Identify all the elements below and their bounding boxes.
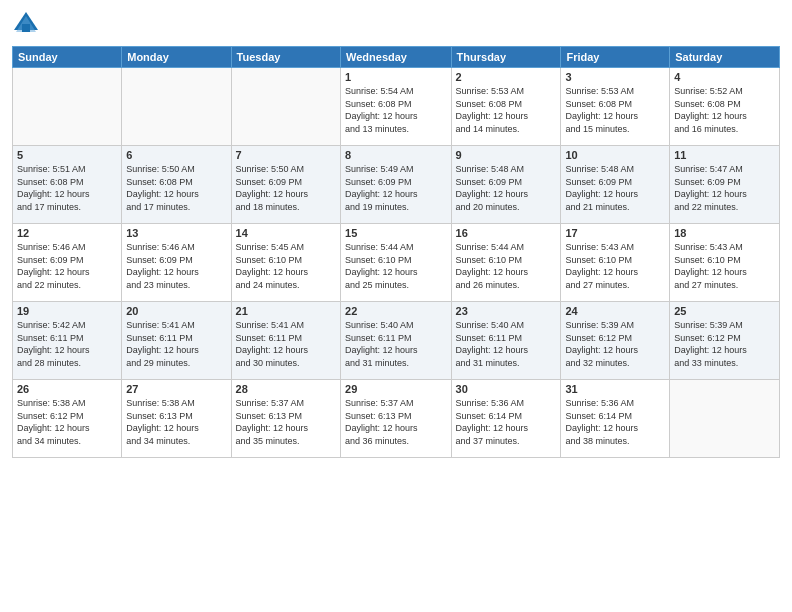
day-number: 26	[17, 383, 117, 395]
weekday-header-thursday: Thursday	[451, 47, 561, 68]
day-number: 12	[17, 227, 117, 239]
day-number: 3	[565, 71, 665, 83]
calendar-cell: 11Sunrise: 5:47 AM Sunset: 6:09 PM Dayli…	[670, 146, 780, 224]
calendar-week-2: 5Sunrise: 5:51 AM Sunset: 6:08 PM Daylig…	[13, 146, 780, 224]
day-info: Sunrise: 5:52 AM Sunset: 6:08 PM Dayligh…	[674, 85, 775, 135]
calendar-cell: 15Sunrise: 5:44 AM Sunset: 6:10 PM Dayli…	[341, 224, 452, 302]
day-number: 4	[674, 71, 775, 83]
header	[12, 10, 780, 38]
day-info: Sunrise: 5:50 AM Sunset: 6:09 PM Dayligh…	[236, 163, 336, 213]
day-info: Sunrise: 5:44 AM Sunset: 6:10 PM Dayligh…	[345, 241, 447, 291]
calendar-cell: 14Sunrise: 5:45 AM Sunset: 6:10 PM Dayli…	[231, 224, 340, 302]
day-number: 9	[456, 149, 557, 161]
calendar-cell: 6Sunrise: 5:50 AM Sunset: 6:08 PM Daylig…	[122, 146, 231, 224]
day-number: 24	[565, 305, 665, 317]
calendar-cell: 20Sunrise: 5:41 AM Sunset: 6:11 PM Dayli…	[122, 302, 231, 380]
day-number: 13	[126, 227, 226, 239]
day-info: Sunrise: 5:41 AM Sunset: 6:11 PM Dayligh…	[236, 319, 336, 369]
day-info: Sunrise: 5:45 AM Sunset: 6:10 PM Dayligh…	[236, 241, 336, 291]
page: SundayMondayTuesdayWednesdayThursdayFrid…	[0, 0, 792, 612]
day-info: Sunrise: 5:49 AM Sunset: 6:09 PM Dayligh…	[345, 163, 447, 213]
day-number: 14	[236, 227, 336, 239]
calendar-cell: 5Sunrise: 5:51 AM Sunset: 6:08 PM Daylig…	[13, 146, 122, 224]
day-info: Sunrise: 5:48 AM Sunset: 6:09 PM Dayligh…	[456, 163, 557, 213]
weekday-header-tuesday: Tuesday	[231, 47, 340, 68]
day-info: Sunrise: 5:47 AM Sunset: 6:09 PM Dayligh…	[674, 163, 775, 213]
day-number: 17	[565, 227, 665, 239]
calendar-cell: 17Sunrise: 5:43 AM Sunset: 6:10 PM Dayli…	[561, 224, 670, 302]
calendar-cell: 3Sunrise: 5:53 AM Sunset: 6:08 PM Daylig…	[561, 68, 670, 146]
day-number: 25	[674, 305, 775, 317]
calendar-week-4: 19Sunrise: 5:42 AM Sunset: 6:11 PM Dayli…	[13, 302, 780, 380]
calendar-week-5: 26Sunrise: 5:38 AM Sunset: 6:12 PM Dayli…	[13, 380, 780, 458]
day-number: 10	[565, 149, 665, 161]
calendar-cell: 8Sunrise: 5:49 AM Sunset: 6:09 PM Daylig…	[341, 146, 452, 224]
day-number: 31	[565, 383, 665, 395]
logo-icon	[12, 10, 40, 38]
day-info: Sunrise: 5:43 AM Sunset: 6:10 PM Dayligh…	[565, 241, 665, 291]
day-number: 30	[456, 383, 557, 395]
day-info: Sunrise: 5:39 AM Sunset: 6:12 PM Dayligh…	[674, 319, 775, 369]
day-number: 6	[126, 149, 226, 161]
day-number: 15	[345, 227, 447, 239]
day-number: 11	[674, 149, 775, 161]
calendar-week-1: 1Sunrise: 5:54 AM Sunset: 6:08 PM Daylig…	[13, 68, 780, 146]
calendar-cell: 23Sunrise: 5:40 AM Sunset: 6:11 PM Dayli…	[451, 302, 561, 380]
day-info: Sunrise: 5:51 AM Sunset: 6:08 PM Dayligh…	[17, 163, 117, 213]
calendar-cell: 1Sunrise: 5:54 AM Sunset: 6:08 PM Daylig…	[341, 68, 452, 146]
calendar-cell: 19Sunrise: 5:42 AM Sunset: 6:11 PM Dayli…	[13, 302, 122, 380]
day-number: 22	[345, 305, 447, 317]
calendar-cell: 13Sunrise: 5:46 AM Sunset: 6:09 PM Dayli…	[122, 224, 231, 302]
calendar-cell: 22Sunrise: 5:40 AM Sunset: 6:11 PM Dayli…	[341, 302, 452, 380]
day-info: Sunrise: 5:41 AM Sunset: 6:11 PM Dayligh…	[126, 319, 226, 369]
day-number: 2	[456, 71, 557, 83]
calendar-cell: 31Sunrise: 5:36 AM Sunset: 6:14 PM Dayli…	[561, 380, 670, 458]
day-number: 27	[126, 383, 226, 395]
calendar-cell	[122, 68, 231, 146]
day-info: Sunrise: 5:38 AM Sunset: 6:12 PM Dayligh…	[17, 397, 117, 447]
day-info: Sunrise: 5:50 AM Sunset: 6:08 PM Dayligh…	[126, 163, 226, 213]
calendar-cell: 16Sunrise: 5:44 AM Sunset: 6:10 PM Dayli…	[451, 224, 561, 302]
day-number: 18	[674, 227, 775, 239]
day-info: Sunrise: 5:36 AM Sunset: 6:14 PM Dayligh…	[565, 397, 665, 447]
day-number: 23	[456, 305, 557, 317]
day-info: Sunrise: 5:44 AM Sunset: 6:10 PM Dayligh…	[456, 241, 557, 291]
day-number: 20	[126, 305, 226, 317]
day-number: 8	[345, 149, 447, 161]
day-info: Sunrise: 5:53 AM Sunset: 6:08 PM Dayligh…	[565, 85, 665, 135]
day-number: 5	[17, 149, 117, 161]
day-info: Sunrise: 5:54 AM Sunset: 6:08 PM Dayligh…	[345, 85, 447, 135]
day-info: Sunrise: 5:48 AM Sunset: 6:09 PM Dayligh…	[565, 163, 665, 213]
calendar-cell	[231, 68, 340, 146]
day-number: 7	[236, 149, 336, 161]
day-info: Sunrise: 5:40 AM Sunset: 6:11 PM Dayligh…	[456, 319, 557, 369]
calendar-cell: 24Sunrise: 5:39 AM Sunset: 6:12 PM Dayli…	[561, 302, 670, 380]
day-info: Sunrise: 5:42 AM Sunset: 6:11 PM Dayligh…	[17, 319, 117, 369]
calendar-cell: 7Sunrise: 5:50 AM Sunset: 6:09 PM Daylig…	[231, 146, 340, 224]
calendar-cell: 12Sunrise: 5:46 AM Sunset: 6:09 PM Dayli…	[13, 224, 122, 302]
calendar-cell: 4Sunrise: 5:52 AM Sunset: 6:08 PM Daylig…	[670, 68, 780, 146]
calendar-cell: 9Sunrise: 5:48 AM Sunset: 6:09 PM Daylig…	[451, 146, 561, 224]
calendar-cell: 29Sunrise: 5:37 AM Sunset: 6:13 PM Dayli…	[341, 380, 452, 458]
calendar-cell: 2Sunrise: 5:53 AM Sunset: 6:08 PM Daylig…	[451, 68, 561, 146]
day-number: 28	[236, 383, 336, 395]
calendar-cell: 21Sunrise: 5:41 AM Sunset: 6:11 PM Dayli…	[231, 302, 340, 380]
calendar-cell	[13, 68, 122, 146]
calendar-cell: 25Sunrise: 5:39 AM Sunset: 6:12 PM Dayli…	[670, 302, 780, 380]
weekday-header-saturday: Saturday	[670, 47, 780, 68]
day-info: Sunrise: 5:36 AM Sunset: 6:14 PM Dayligh…	[456, 397, 557, 447]
weekday-header-sunday: Sunday	[13, 47, 122, 68]
calendar-cell: 18Sunrise: 5:43 AM Sunset: 6:10 PM Dayli…	[670, 224, 780, 302]
weekday-header-wednesday: Wednesday	[341, 47, 452, 68]
calendar-cell: 27Sunrise: 5:38 AM Sunset: 6:13 PM Dayli…	[122, 380, 231, 458]
calendar-table: SundayMondayTuesdayWednesdayThursdayFrid…	[12, 46, 780, 458]
day-info: Sunrise: 5:53 AM Sunset: 6:08 PM Dayligh…	[456, 85, 557, 135]
day-number: 16	[456, 227, 557, 239]
svg-rect-2	[22, 24, 30, 32]
day-number: 19	[17, 305, 117, 317]
calendar-cell: 26Sunrise: 5:38 AM Sunset: 6:12 PM Dayli…	[13, 380, 122, 458]
day-number: 29	[345, 383, 447, 395]
logo	[12, 10, 44, 38]
weekday-header-row: SundayMondayTuesdayWednesdayThursdayFrid…	[13, 47, 780, 68]
calendar-cell: 30Sunrise: 5:36 AM Sunset: 6:14 PM Dayli…	[451, 380, 561, 458]
